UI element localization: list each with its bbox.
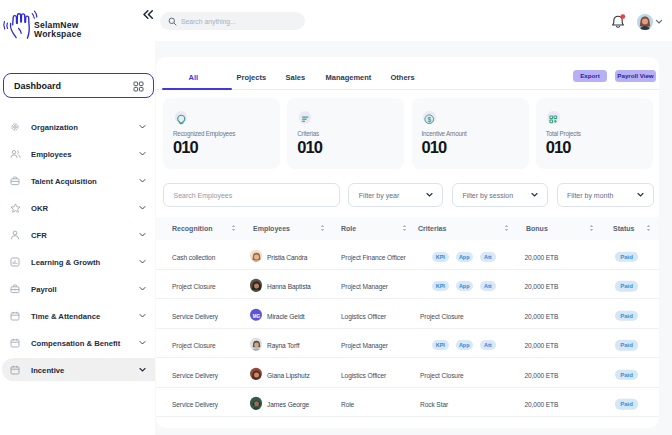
svg-text:$: $ xyxy=(427,115,431,123)
svg-text:MG: MG xyxy=(252,314,260,319)
